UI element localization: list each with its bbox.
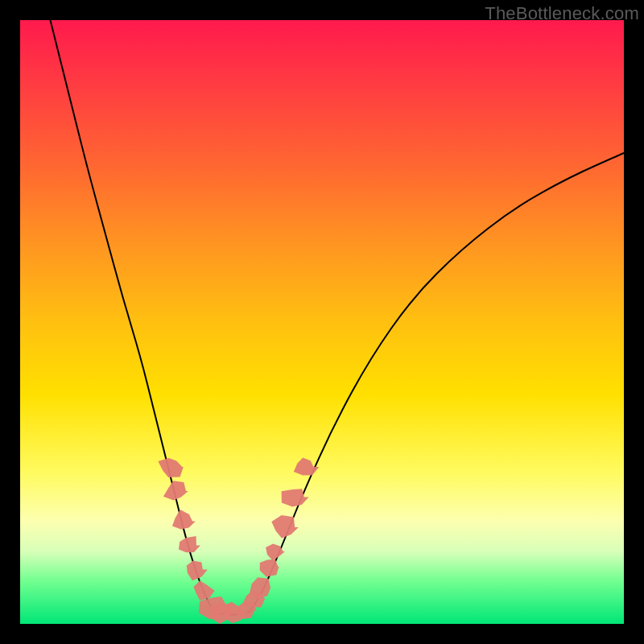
data-marker bbox=[172, 510, 196, 530]
data-markers bbox=[158, 458, 319, 624]
data-marker bbox=[179, 536, 200, 552]
bottleneck-curve bbox=[51, 20, 625, 615]
chart-svg bbox=[20, 20, 624, 624]
data-marker bbox=[260, 559, 279, 577]
data-marker bbox=[158, 458, 183, 477]
chart-area bbox=[20, 20, 624, 624]
data-marker bbox=[163, 481, 188, 500]
data-marker bbox=[187, 560, 208, 580]
data-marker bbox=[193, 580, 214, 601]
data-marker bbox=[271, 515, 299, 539]
